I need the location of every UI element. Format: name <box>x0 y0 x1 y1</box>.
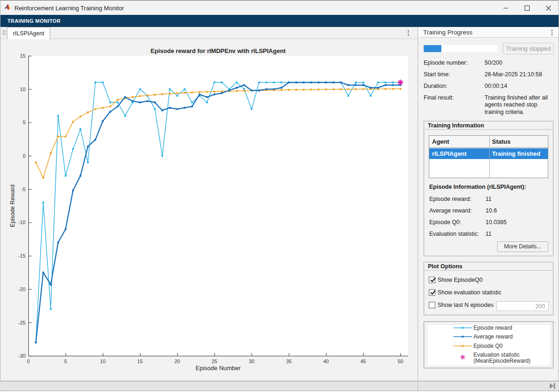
table-row[interactable]: rILSPIAgent Training finished <box>429 148 548 159</box>
average-reward-value: 10.6 <box>486 207 497 214</box>
average-reward-label: Average reward: <box>429 207 472 214</box>
episode-q0-value: 10.0385 <box>486 219 506 226</box>
svg-text:-30: -30 <box>18 353 26 359</box>
group-separator <box>424 129 553 130</box>
table-column-divider <box>489 136 490 178</box>
svg-text:35: 35 <box>286 359 292 364</box>
training-progress-bar <box>424 45 498 52</box>
episode-reward-plot[interactable]: -30-25-20-15-10-505101505101520253035404… <box>0 39 418 381</box>
panel-options-kebab-icon[interactable] <box>549 28 555 37</box>
grip-icon[interactable] <box>1 29 7 37</box>
training-progress-fill <box>424 45 441 52</box>
show-last-n-episodes-label: Show last N episodes <box>438 302 493 309</box>
svg-text:-5: -5 <box>21 186 26 192</box>
title-bar: Reinforcement Learning Training Monitor <box>0 0 559 15</box>
toolstrip: TRAINING MONITOR <box>0 15 559 27</box>
episode-information-title: Episode Information (rILSPIAgent): <box>429 184 526 190</box>
legend-item-episode-reward: Episode reward <box>428 324 550 332</box>
svg-text:5: 5 <box>64 359 67 364</box>
status-column-header: Status <box>492 136 511 148</box>
episode-reward-line-icon <box>453 325 472 331</box>
matlab-logo-icon <box>4 4 12 11</box>
svg-text:45: 45 <box>360 359 366 364</box>
duration-value: 00:00:14 <box>485 83 555 90</box>
legend-item-average-reward: Average reward <box>428 333 550 340</box>
svg-text:25: 25 <box>212 359 217 364</box>
svg-text:5: 5 <box>23 120 26 125</box>
minimize-button[interactable] <box>495 0 516 15</box>
show-last-n-episodes-checkbox[interactable] <box>429 302 435 308</box>
legend-item-episode-q0: Episode Q0 <box>428 342 550 350</box>
group-separator <box>424 270 553 271</box>
svg-text:0: 0 <box>27 359 30 364</box>
skip-to-end-icon[interactable] <box>549 383 556 389</box>
training-information-title: Training Information <box>428 122 484 129</box>
status-cell: Training finished <box>492 148 540 159</box>
average-reward-line-icon <box>453 333 472 340</box>
episode-reward-label: Episode reward: <box>429 196 471 202</box>
show-evaluation-statistic-checkbox[interactable] <box>429 289 435 296</box>
evaluation-statistic-value: 11 <box>486 231 492 237</box>
maximize-button[interactable] <box>516 0 538 15</box>
svg-text:-20: -20 <box>18 286 26 292</box>
svg-text:0: 0 <box>23 153 26 159</box>
tab-rilspiagent[interactable]: rILSPIAgent <box>7 27 50 39</box>
training-stopped-button[interactable]: Training stopped <box>503 43 554 54</box>
training-chart: -30-25-20-15-10-505101505101520253035404… <box>0 39 418 381</box>
minimize-icon <box>503 6 508 11</box>
svg-text:30: 30 <box>249 359 254 364</box>
svg-text:40: 40 <box>323 359 329 364</box>
episode-q0-label: Episode Q0: <box>429 219 461 226</box>
svg-text:-15: -15 <box>18 253 26 259</box>
plot-options-title: Plot Options <box>428 263 462 270</box>
toolstrip-tab-label[interactable]: TRAINING MONITOR <box>7 15 60 27</box>
start-time-value: 26-Mar-2025 21:10:58 <box>485 71 555 78</box>
tab-options-kebab-icon[interactable] <box>405 29 412 37</box>
plot-options-group: Plot Options Show EpisodeQ0 Show evaluat… <box>424 262 553 315</box>
show-evaluation-statistic-label: Show evaluation statistic <box>438 289 501 296</box>
final-result-value: Training finished after all agents reach… <box>485 94 555 116</box>
close-icon <box>546 6 551 11</box>
svg-text:10: 10 <box>100 359 106 364</box>
show-episodeq0-label: Show EpisodeQ0 <box>438 277 483 284</box>
episode-reward-value: 11 <box>486 196 492 202</box>
table-header-row: Agent Status <box>429 136 548 148</box>
panel-header: Training Progress <box>418 27 559 38</box>
svg-text:20: 20 <box>174 359 180 364</box>
svg-text:Episode Number: Episode Number <box>196 365 241 372</box>
show-episodeq0-checkbox[interactable] <box>429 277 435 283</box>
window-left-edge <box>0 0 0 392</box>
start-time-label: Start time: <box>424 71 450 78</box>
chart-legend: Episode reward Average reward Episode Q0 <box>424 321 553 368</box>
training-information-group: Training Information Agent Status rILSPI… <box>424 121 553 256</box>
agent-status-table[interactable]: Agent Status rILSPIAgent Training finish… <box>429 135 548 178</box>
svg-text:10: 10 <box>20 86 26 92</box>
evaluation-statistic-asterisk-icon <box>453 354 472 360</box>
svg-text:-25: -25 <box>18 320 26 326</box>
window-title: Reinforcement Learning Training Monitor <box>14 0 124 15</box>
svg-text:Episode reward for rIMDPEnv wi: Episode reward for rIMDPEnv with rILSPIA… <box>151 47 286 54</box>
duration-label: Duration: <box>424 83 447 89</box>
episode-number-label: Episode number: <box>424 60 468 66</box>
more-details-button[interactable]: More Details... <box>497 241 548 252</box>
svg-text:15: 15 <box>20 53 26 59</box>
episode-number-value: 50/200 <box>485 60 555 66</box>
status-bar-divider <box>418 381 418 391</box>
episode-q0-line-icon <box>453 343 472 349</box>
evaluation-statistic-label: Evaluation statistic: <box>429 231 479 237</box>
final-result-label: Final result: <box>424 94 454 101</box>
svg-text:15: 15 <box>137 359 143 364</box>
svg-text:-10: -10 <box>18 219 26 225</box>
app-window: Reinforcement Learning Training Monitor … <box>0 0 559 392</box>
close-button[interactable] <box>538 0 559 15</box>
status-bar <box>0 381 559 391</box>
legend-item-evaluation-statistic: Evaluation statistic(MeanEpisodeReward) <box>428 352 550 365</box>
document-tab-bar: rILSPIAgent <box>0 27 418 39</box>
agent-column-header: Agent <box>432 136 449 148</box>
last-n-episodes-input[interactable] <box>496 301 549 311</box>
panel-title: Training Progress <box>423 27 472 38</box>
maximize-icon <box>525 6 530 11</box>
svg-text:50: 50 <box>398 359 403 364</box>
svg-text:Episode Reward: Episode Reward <box>9 185 16 227</box>
legend-inner: Episode reward Average reward Episode Q0 <box>428 325 550 365</box>
